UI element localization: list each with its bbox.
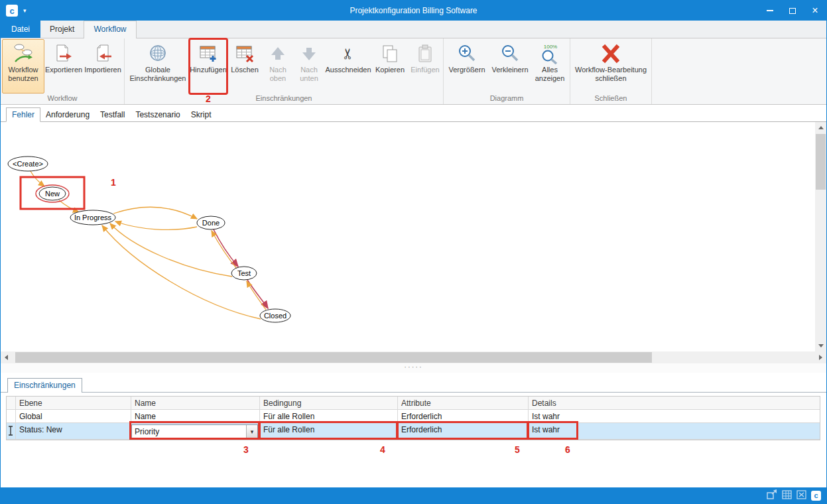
- minimize-icon: [767, 10, 773, 11]
- node-closed[interactable]: Closed: [260, 309, 290, 322]
- scissors-icon: ✂: [340, 48, 357, 60]
- maximize-icon: [789, 8, 796, 14]
- scroll-right-button[interactable]: [815, 351, 826, 363]
- statusbar-app-logo[interactable]: c: [811, 491, 821, 501]
- cell-attribute[interactable]: Erforderlich: [398, 410, 529, 422]
- cell-ebene[interactable]: Global: [16, 410, 131, 422]
- exportieren-button[interactable]: Exportieren: [44, 39, 83, 94]
- minimize-button[interactable]: [759, 1, 781, 21]
- statusbar-close-box-icon[interactable]: [796, 490, 806, 501]
- group-label-einschraenkungen: Einschränkungen: [126, 94, 442, 104]
- ausschneiden-button[interactable]: ✂ Ausschneiden: [325, 39, 371, 94]
- button-label: Exportieren: [45, 66, 82, 74]
- vertical-scroll-thumb[interactable]: [816, 134, 826, 190]
- node-new[interactable]: New: [36, 185, 69, 202]
- vertical-scrollbar[interactable]: [815, 122, 826, 351]
- header-attribute[interactable]: Attribute: [398, 397, 529, 409]
- horizontal-scrollbar[interactable]: [1, 351, 826, 363]
- header-ebene[interactable]: Ebene: [16, 397, 131, 409]
- maximize-button[interactable]: [781, 1, 804, 21]
- verkleinern-button[interactable]: Verkleinern: [489, 39, 531, 94]
- cell-attribute[interactable]: Erforderlich: [398, 423, 529, 439]
- horizontal-scroll-thumb[interactable]: [15, 352, 652, 363]
- panel-splitter[interactable]: ·····: [1, 363, 826, 373]
- svg-text:Closed: Closed: [264, 312, 286, 320]
- cell-bedingung[interactable]: Für alle Rollen: [260, 410, 398, 422]
- cell-details[interactable]: Ist wahr: [529, 410, 820, 422]
- tab-testszenario[interactable]: Testszenario: [130, 108, 185, 121]
- titlebar: c ▾ Projektkonfiguration Billing Softwar…: [1, 1, 826, 21]
- tab-fehler[interactable]: Fehler: [6, 107, 40, 122]
- scroll-down-button[interactable]: [815, 340, 826, 351]
- node-in-progress[interactable]: In Progress: [70, 210, 115, 225]
- ribbon-tab-datei[interactable]: Datei: [1, 21, 40, 38]
- triangle-up-icon: [818, 126, 824, 129]
- header-bedingung[interactable]: Bedingung: [260, 397, 398, 409]
- vergroessern-button[interactable]: Vergrößern: [445, 39, 489, 94]
- scroll-up-button[interactable]: [815, 122, 826, 133]
- ribbon-tab-workflow[interactable]: Workflow: [84, 21, 136, 38]
- scroll-left-button[interactable]: [1, 351, 12, 363]
- node-done[interactable]: Done: [197, 216, 225, 229]
- combobox-value: Priority: [132, 427, 246, 436]
- tab-anforderung[interactable]: Anforderung: [40, 108, 95, 121]
- edge-done-inprogress: [115, 221, 197, 229]
- svg-text:New: New: [45, 190, 60, 198]
- node-create[interactable]: <Create>: [8, 157, 48, 171]
- add-table-icon: [198, 42, 218, 66]
- app-icon[interactable]: c: [6, 5, 18, 17]
- tab-testfall[interactable]: Testfall: [95, 108, 130, 121]
- edge-test-inprogress: [110, 223, 232, 277]
- node-test[interactable]: Test: [231, 267, 257, 280]
- priority-combobox[interactable]: Priority ▾: [131, 424, 258, 438]
- constraints-table: Ebene Name Bedingung Attribute Details G…: [6, 396, 820, 440]
- edit-ibeam-icon: [8, 425, 13, 436]
- doc-tab-strip: Fehler Anforderung Testfall Testszenario…: [1, 105, 826, 122]
- button-label: Nach unten: [295, 66, 323, 83]
- button-label: Verkleinern: [491, 66, 528, 74]
- header-details[interactable]: Details: [529, 397, 820, 409]
- cell-name[interactable]: Name: [131, 410, 260, 422]
- ribbon: Workflow benutzen Exportieren Importiere…: [1, 38, 826, 105]
- kopieren-button[interactable]: Kopieren: [371, 39, 409, 94]
- caret-down-icon: ▾: [251, 428, 254, 435]
- ribbon-tab-projekt[interactable]: Projekt: [40, 21, 84, 38]
- globale-einschraenkungen-button[interactable]: Globale Einschränkungen: [126, 39, 190, 94]
- group-label-workflow: Workflow: [2, 94, 123, 104]
- hinzufuegen-button[interactable]: Hinzufügen 2: [190, 39, 227, 94]
- combobox-dropdown-button[interactable]: ▾: [246, 425, 257, 438]
- statusbar-flow-icon[interactable]: [767, 489, 777, 501]
- workflow-bearbeitung-schliessen-button[interactable]: Workflow-Bearbeitung schließen: [572, 39, 650, 94]
- close-icon: ×: [812, 5, 818, 16]
- quick-access-caret-icon[interactable]: ▾: [23, 7, 27, 14]
- annotation-number-3: 3: [243, 444, 249, 455]
- header-name[interactable]: Name: [131, 397, 260, 409]
- close-button[interactable]: ×: [804, 1, 826, 21]
- ribbon-group-workflow: Workflow benutzen Exportieren Importiere…: [1, 38, 125, 104]
- triangle-right-icon: [819, 355, 822, 360]
- importieren-button[interactable]: Importieren: [83, 39, 123, 94]
- svg-text:Done: Done: [202, 219, 220, 227]
- workflow-canvas[interactable]: <Create> New In Progress Done Tes: [1, 122, 826, 363]
- alles-anzeigen-button[interactable]: 100% Alles anzeigen: [531, 39, 568, 94]
- statusbar-grid-icon[interactable]: [782, 490, 792, 501]
- table-row-selected[interactable]: Status: New Priority ▾ Für alle Rollen E…: [7, 423, 820, 440]
- tab-einschraenkungen[interactable]: Einschränkungen: [7, 378, 82, 393]
- workflow-use-icon: [13, 42, 33, 66]
- app-window: c ▾ Projektkonfiguration Billing Softwar…: [0, 0, 827, 504]
- table-row[interactable]: Global Name Für alle Rollen Erforderlich…: [7, 410, 820, 423]
- cell-bedingung[interactable]: Für alle Rollen: [260, 423, 398, 439]
- ribbon-tab-strip: Datei Projekt Workflow: [1, 21, 826, 38]
- paste-icon: [416, 42, 434, 66]
- loeschen-button[interactable]: Löschen: [227, 39, 263, 94]
- tab-divider: [1, 392, 826, 393]
- import-icon: [93, 42, 113, 66]
- export-icon: [54, 42, 74, 66]
- cell-ebene[interactable]: Status: New: [16, 423, 131, 439]
- workflow-benutzen-button[interactable]: Workflow benutzen: [2, 39, 44, 94]
- cell-name: Priority ▾: [131, 423, 260, 439]
- window-title: Projektkonfiguration Billing Software: [350, 6, 477, 15]
- workflow-diagram: <Create> New In Progress Done Tes: [1, 122, 816, 351]
- cell-details[interactable]: Ist wahr: [529, 423, 820, 439]
- tab-skript[interactable]: Skript: [186, 108, 217, 121]
